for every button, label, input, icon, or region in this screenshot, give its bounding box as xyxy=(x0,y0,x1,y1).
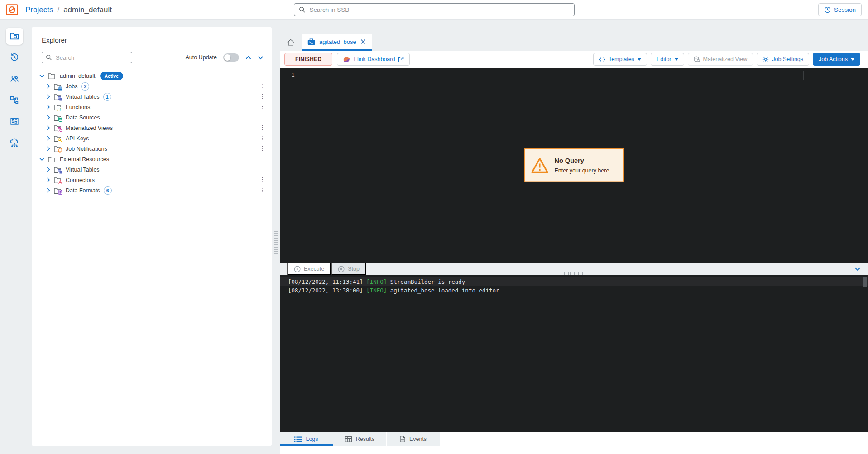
folder-icon xyxy=(54,145,62,152)
kebab-menu-icon[interactable]: ⋮ xyxy=(259,176,265,183)
chevron-right-icon[interactable] xyxy=(47,125,50,130)
folder-icon xyxy=(48,156,56,162)
job-toolbar: FINISHED Flink Dashboard Templates Edito… xyxy=(280,51,868,68)
chevron-down-icon[interactable] xyxy=(39,74,44,78)
log-scrollbar[interactable] xyxy=(863,276,867,430)
gear-icon xyxy=(762,56,769,62)
kebab-menu-icon[interactable]: ⋮ xyxy=(259,124,265,131)
chevron-down-icon[interactable] xyxy=(39,158,44,161)
tab-agitated-bose[interactable]: agitated_bose xyxy=(302,34,372,51)
collapse-editor-chevron-icon[interactable] xyxy=(854,267,861,271)
caret-down-icon xyxy=(851,58,854,61)
chevron-right-icon[interactable] xyxy=(47,94,50,99)
tree-item-virtual-tables[interactable]: Virtual Tables xyxy=(32,164,272,175)
ssb-logo[interactable] xyxy=(6,4,18,15)
logs-resize-handle[interactable] xyxy=(564,272,584,275)
job-actions-button[interactable]: Job Actions xyxy=(813,53,860,66)
chevron-right-icon[interactable] xyxy=(47,105,50,110)
auto-update-group: Auto Update xyxy=(186,53,264,62)
folder-icon xyxy=(54,93,62,100)
no-query-callout: No Query Enter your query here xyxy=(524,148,624,182)
chevron-right-icon[interactable] xyxy=(47,136,50,141)
data-format-icon xyxy=(58,190,62,195)
flink-dashboard-button[interactable]: Flink Dashboard xyxy=(337,53,410,66)
global-search[interactable] xyxy=(294,3,575,16)
auto-update-label: Auto Update xyxy=(186,54,217,61)
materialized-view-label: Materialized View xyxy=(703,56,748,62)
chevron-right-icon[interactable] xyxy=(47,84,50,89)
explorer-icon xyxy=(10,31,19,41)
tab-home[interactable] xyxy=(280,34,302,51)
kebab-menu-icon[interactable]: ⋮ xyxy=(259,186,265,193)
notification-icon xyxy=(58,148,62,153)
events-icon xyxy=(400,436,405,442)
session-button[interactable]: Session xyxy=(818,3,862,16)
rail-history-button[interactable] xyxy=(6,49,23,66)
chevron-right-icon[interactable] xyxy=(47,167,50,172)
kebab-menu-icon[interactable]: ⋮ xyxy=(259,82,265,89)
auto-update-toggle[interactable] xyxy=(223,53,239,62)
function-icon: f() xyxy=(57,107,62,111)
execute-button[interactable]: Execute xyxy=(287,263,331,275)
materialized-view-button[interactable]: Materialized View xyxy=(688,53,753,66)
search-icon xyxy=(46,54,52,61)
tree-item-data-sources[interactable]: Data Sources xyxy=(32,112,272,123)
tree-item-admin-default[interactable]: admin_defaultActive xyxy=(32,71,272,81)
kebab-menu-icon[interactable]: ⋮ xyxy=(259,145,265,152)
rail-dashboard-button[interactable] xyxy=(6,113,23,130)
editor-tabstrip: agitated_bose xyxy=(280,27,868,51)
chevron-right-icon[interactable] xyxy=(47,177,50,182)
chevron-up-icon[interactable] xyxy=(245,56,251,60)
tree-item-label: Virtual Tables xyxy=(66,167,100,173)
users-icon xyxy=(10,74,19,84)
data-source-icon xyxy=(58,117,62,122)
global-search-input[interactable] xyxy=(310,6,570,13)
chevron-right-icon[interactable] xyxy=(47,188,50,193)
tree-item-external-resources[interactable]: External Resources xyxy=(32,154,272,164)
kebab-menu-icon[interactable]: ⋮ xyxy=(259,93,265,100)
log-timestamp: [08/12/2022, 11:13:41] xyxy=(288,278,363,285)
kebab-menu-icon[interactable]: ⋮ xyxy=(259,103,265,110)
close-icon[interactable] xyxy=(360,39,366,44)
chevron-down-icon[interactable] xyxy=(258,56,264,60)
templates-button[interactable]: Templates xyxy=(593,53,647,66)
tree-item-data-formats[interactable]: Data Formats6⋮ xyxy=(32,185,272,196)
breadcrumb-projects-link[interactable]: Projects xyxy=(25,5,53,14)
kebab-menu-icon[interactable]: ⋮ xyxy=(259,134,265,141)
tree-item-connectors[interactable]: Connectors⋮ xyxy=(32,175,272,185)
chevron-right-icon[interactable] xyxy=(47,115,50,120)
left-icon-rail xyxy=(0,20,29,454)
rail-users-button[interactable] xyxy=(6,70,23,87)
tree-item-virtual-tables[interactable]: Virtual Tables1⋮ xyxy=(32,91,272,102)
no-query-text: No Query Enter your query here xyxy=(555,157,609,174)
tree-item-materialized-views[interactable]: Materialized Views⋮ xyxy=(32,123,272,133)
tree-item-job-notifications[interactable]: Job Notifications⋮ xyxy=(32,143,272,154)
rail-explorer-button[interactable] xyxy=(6,28,23,45)
stop-button[interactable]: Stop xyxy=(331,263,366,275)
bottom-tab-results[interactable]: Results xyxy=(333,432,386,446)
search-icon xyxy=(299,6,306,13)
panel-resize-handle[interactable] xyxy=(274,229,278,255)
log-line: [08/12/2022, 11:13:41] [INFO] StreamBuil… xyxy=(280,277,868,286)
no-query-subtitle: Enter your query here xyxy=(555,167,609,174)
job-actions-label: Job Actions xyxy=(819,56,848,62)
rail-cloud-network-button[interactable] xyxy=(6,134,23,151)
tree-item-jobs[interactable]: Jobs2⋮ xyxy=(32,81,272,91)
tree-item-label: Functions xyxy=(66,104,90,110)
tree-item-api-keys[interactable]: API Keys⋮ xyxy=(32,133,272,143)
explorer-search[interactable] xyxy=(42,52,132,63)
tree-item-functions[interactable]: f()Functions⋮ xyxy=(32,102,272,112)
job-settings-button[interactable]: Job Settings xyxy=(757,53,809,66)
api-key-icon xyxy=(58,138,62,143)
chevron-right-icon[interactable] xyxy=(47,146,50,151)
log-scrollbar-thumb[interactable] xyxy=(863,277,867,287)
log-timestamp: [08/12/2022, 13:38:00] xyxy=(288,287,363,294)
bottom-tab-logs[interactable]: Logs xyxy=(280,432,333,446)
rail-flow-button[interactable] xyxy=(6,91,23,109)
sql-editor[interactable]: 1 No Query Enter your query here xyxy=(280,68,868,263)
bottom-tab-events[interactable]: Events xyxy=(387,432,440,446)
explorer-title: Explorer xyxy=(42,36,272,44)
explorer-search-input[interactable] xyxy=(56,54,128,61)
editor-button[interactable]: Editor xyxy=(651,53,684,66)
tree-item-label: Data Sources xyxy=(66,115,100,121)
